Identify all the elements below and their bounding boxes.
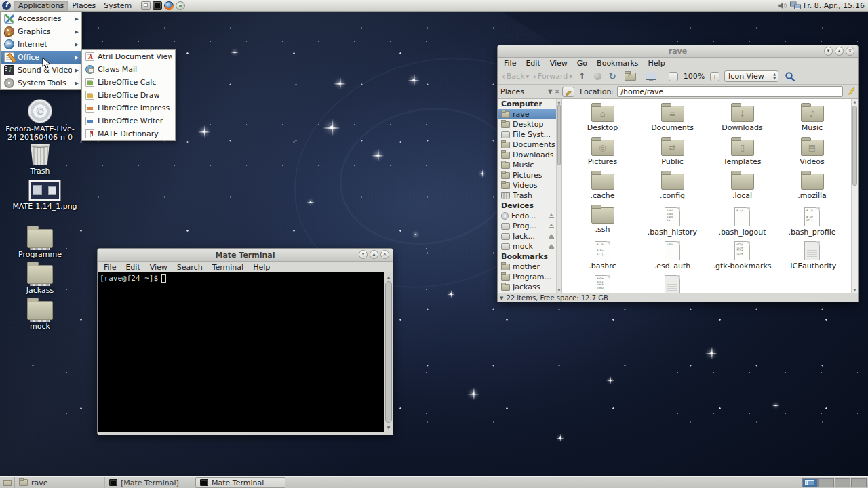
close-button[interactable]: × bbox=[380, 250, 389, 259]
file-area-scrollbar[interactable]: ▲ ▼ bbox=[851, 99, 858, 293]
minimize-button[interactable]: ▾ bbox=[824, 47, 833, 56]
workspace-4[interactable] bbox=[851, 478, 867, 487]
file-item[interactable]: mate SELi vmwa ERRO bbox=[568, 274, 637, 293]
back-dropdown-icon[interactable]: ▼ bbox=[526, 74, 530, 79]
maximize-button[interactable]: ▴ bbox=[835, 47, 844, 56]
menu-item-libreoffice-writer[interactable]: LibreOffice Writer bbox=[82, 115, 175, 127]
sidebar-scrollbar[interactable]: ▲ ▼ bbox=[556, 99, 561, 293]
sidebar-item-fedora-device[interactable]: Fedo... bbox=[498, 211, 556, 221]
desktop-icon-fedora-cd[interactable]: Fedora-MATE-Live- 24-20160406-n-0 bbox=[5, 99, 75, 142]
menu-item-graphics[interactable]: Graphics ▶ bbox=[1, 25, 81, 38]
fm-menu-go[interactable]: Go bbox=[572, 58, 592, 68]
menu-item-libreoffice-calc[interactable]: LibreOffice Calc bbox=[82, 76, 175, 89]
sidebar-item-rave[interactable]: rave bbox=[498, 109, 556, 119]
menu-item-claws-mail[interactable]: Claws Mail bbox=[82, 63, 175, 76]
sidebar-item-mock-bookmark[interactable]: mock bbox=[498, 292, 556, 293]
zoom-out-button[interactable]: − bbox=[669, 72, 678, 81]
eject-icon[interactable] bbox=[549, 234, 555, 239]
terminal-menu-edit[interactable]: Edit bbox=[121, 262, 144, 272]
sidebar-item-pictures[interactable]: Pictures bbox=[498, 170, 556, 180]
help-launcher-icon[interactable] bbox=[176, 1, 185, 10]
file-item[interactable]: # .b # Ge if [.bash_profile bbox=[777, 206, 847, 240]
workspace-1[interactable] bbox=[802, 478, 818, 487]
terminal-menu-view[interactable]: View bbox=[145, 262, 172, 272]
terminal-screen[interactable]: [rave@f24 ~]$ ▲ ▼ bbox=[98, 272, 393, 432]
menu-places[interactable]: Places bbox=[68, 1, 100, 11]
menu-item-libreoffice-impress[interactable]: LibreOffice Impress bbox=[82, 102, 175, 115]
file-item[interactable]: .ICEauthority bbox=[777, 240, 847, 274]
terminal-menu-search[interactable]: Search bbox=[172, 262, 208, 272]
up-button[interactable]: ↑ bbox=[575, 71, 589, 81]
file-item[interactable]: .mozilla bbox=[777, 172, 847, 206]
menu-item-libreoffice-draw[interactable]: LibreOffice Draw bbox=[82, 89, 175, 102]
menu-item-system-tools[interactable]: System Tools ▶ bbox=[1, 77, 81, 89]
menu-item-internet[interactable]: Internet ▶ bbox=[1, 38, 81, 51]
zoom-in-button[interactable]: + bbox=[710, 72, 719, 81]
minimize-button[interactable]: ▾ bbox=[359, 250, 368, 259]
clear-location-brush-icon[interactable] bbox=[846, 87, 855, 96]
file-item[interactable]: ⌂Desktop bbox=[568, 104, 637, 138]
menu-item-office[interactable]: Office ▶ bbox=[1, 51, 81, 64]
computer-button[interactable] bbox=[646, 73, 656, 80]
sidebar-item-documents[interactable]: Documents bbox=[498, 140, 556, 150]
screenshot-launcher-icon[interactable] bbox=[141, 1, 151, 10]
eject-icon[interactable] bbox=[549, 244, 555, 249]
desktop-icon-image[interactable]: MATE-1.14_1.png bbox=[9, 180, 80, 211]
file-item[interactable]: sudo sudo sudo su.bash_history bbox=[637, 206, 707, 240]
desktop-icon-trash[interactable]: Trash bbox=[5, 144, 75, 176]
file-item[interactable]: .config bbox=[637, 172, 707, 206]
firefox-launcher-icon[interactable] bbox=[164, 1, 174, 10]
menu-item-accessories[interactable]: Accessories ▶ bbox=[1, 12, 81, 25]
statusbar-toggle-icon[interactable]: ▼ bbox=[500, 296, 503, 301]
workspace-2[interactable] bbox=[818, 478, 834, 487]
terminal-resize-grip[interactable] bbox=[98, 432, 393, 435]
sidebar-item-mock-device[interactable]: mock bbox=[498, 241, 556, 251]
file-item[interactable]: ▤Videos bbox=[777, 138, 847, 172]
sidebar-item-filesystem[interactable]: File Syst... bbox=[498, 129, 556, 140]
desktop-icon-mock[interactable]: mock bbox=[5, 301, 75, 331]
fm-menu-edit[interactable]: Edit bbox=[521, 58, 545, 68]
stop-button[interactable] bbox=[594, 73, 601, 80]
sidebar-item-mother[interactable]: mother bbox=[498, 262, 556, 272]
spinner-icon[interactable]: ▲▼ bbox=[773, 72, 776, 80]
file-item[interactable]: # .b # So if [.bashrc bbox=[568, 240, 637, 274]
location-input[interactable] bbox=[617, 86, 843, 97]
terminal-menu-terminal[interactable]: Terminal bbox=[208, 262, 249, 272]
maximize-button[interactable]: ▴ bbox=[370, 250, 378, 259]
show-desktop-button[interactable] bbox=[0, 477, 15, 488]
sidebar-item-trash[interactable]: Trash bbox=[498, 190, 556, 201]
desktop-icon-programme[interactable]: Programme bbox=[5, 229, 75, 259]
sidebar-item-jack-device[interactable]: Jack... bbox=[498, 231, 556, 241]
eject-icon[interactable] bbox=[549, 214, 555, 219]
file-item[interactable]: .local bbox=[707, 172, 777, 206]
file-item[interactable]: sftp file file file.gtk-bookmarks bbox=[707, 240, 777, 274]
file-item[interactable] bbox=[637, 274, 707, 293]
file-item[interactable]: # ~/ .bash_logout bbox=[707, 206, 777, 240]
file-item[interactable]: rAUc.esd_auth bbox=[637, 240, 707, 274]
terminal-titlebar[interactable]: Mate Terminal ▾ ▴ × bbox=[98, 249, 393, 262]
terminal-launcher-icon[interactable] bbox=[153, 1, 162, 10]
workspace-3[interactable] bbox=[835, 478, 850, 487]
fm-titlebar[interactable]: rave ▾ ▴ × bbox=[498, 45, 858, 58]
file-item[interactable]: .ssh bbox=[568, 206, 637, 240]
close-button[interactable]: × bbox=[846, 47, 854, 56]
terminal-menu-help[interactable]: Help bbox=[248, 262, 275, 272]
task-mate-terminal-active[interactable]: Mate Terminal bbox=[195, 477, 285, 488]
sidebar-item-jackass-bookmark[interactable]: Jackass bbox=[498, 282, 556, 292]
places-dropdown-icon[interactable]: ▼ bbox=[548, 89, 552, 95]
volume-icon[interactable] bbox=[778, 1, 787, 10]
fm-menu-file[interactable]: File bbox=[499, 58, 521, 68]
places-close-icon[interactable]: ✕ bbox=[555, 89, 559, 95]
menu-item-sound-video[interactable]: Sound & Video ▶ bbox=[1, 64, 81, 77]
search-icon[interactable] bbox=[785, 71, 795, 82]
sidebar-item-music[interactable]: Music bbox=[498, 160, 556, 170]
terminal-scrollbar[interactable]: ▲ ▼ bbox=[384, 272, 393, 432]
desktop-icon-jackass[interactable]: Jackass bbox=[5, 265, 75, 295]
fm-menu-help[interactable]: Help bbox=[644, 58, 670, 68]
file-item[interactable]: .cache bbox=[568, 172, 637, 206]
terminal-menu-file[interactable]: File bbox=[99, 262, 121, 272]
eject-icon[interactable] bbox=[549, 224, 555, 229]
places-dropdown[interactable]: Places ▼ ✕ bbox=[498, 87, 562, 96]
sidebar-item-downloads[interactable]: Downloads bbox=[498, 150, 556, 160]
fm-file-area[interactable]: ⌂Desktop ≡Documents ↓Downloads ♪Music ◎P… bbox=[562, 99, 858, 293]
